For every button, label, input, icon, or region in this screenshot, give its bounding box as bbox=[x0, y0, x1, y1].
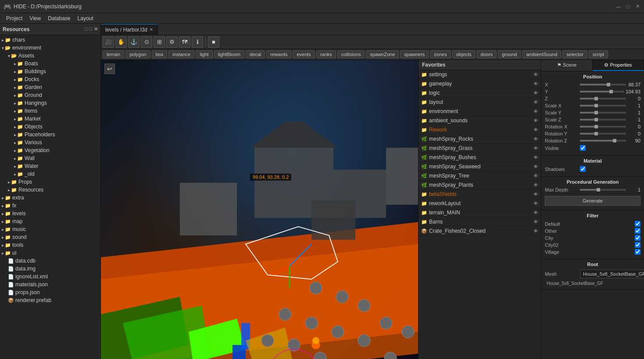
tag-box[interactable]: box bbox=[152, 50, 168, 58]
rotation-y-slider[interactable] bbox=[580, 133, 626, 135]
tree-item-music[interactable]: ▸📁music bbox=[0, 225, 100, 233]
position-y-slider[interactable] bbox=[580, 91, 624, 92]
favorites-item-barns[interactable]: 📁Barns👁 bbox=[419, 217, 541, 227]
eye-icon[interactable]: 👁 bbox=[533, 210, 538, 215]
toolbar-btn-map[interactable]: 🗺 bbox=[179, 36, 190, 48]
tree-item-extra[interactable]: ▸📁extra bbox=[0, 194, 100, 202]
generate-button[interactable]: Generate bbox=[545, 196, 640, 206]
tag-doors[interactable]: doors bbox=[477, 50, 497, 58]
maximize-button[interactable]: □ bbox=[625, 4, 631, 10]
tree-item-ui[interactable]: ▸📁ui bbox=[0, 249, 100, 257]
tree-item-market[interactable]: ▸📁Market bbox=[0, 115, 100, 123]
tag-ground[interactable]: ground bbox=[498, 50, 521, 58]
tag-events[interactable]: events bbox=[293, 50, 315, 58]
tree-item-fx[interactable]: ▸📁fx bbox=[0, 202, 100, 210]
toolbar-btn-info[interactable]: ℹ bbox=[192, 36, 203, 48]
tree-item-various[interactable]: ▸📁Various bbox=[0, 139, 100, 146]
tree-item-wall[interactable]: ▸📁Wall bbox=[0, 154, 100, 162]
eye-icon[interactable]: 👁 bbox=[533, 155, 538, 160]
tree-item-props-json[interactable]: 📄props.json bbox=[0, 288, 100, 296]
favorites-item-reworklayout[interactable]: 📁reworkLayout👁 bbox=[419, 199, 541, 208]
rotation-x-slider[interactable] bbox=[580, 126, 626, 128]
eye-icon[interactable]: 👁 bbox=[533, 100, 538, 105]
tree-item--old[interactable]: ▸📁_old bbox=[0, 170, 100, 178]
close-button[interactable]: ✕ bbox=[634, 4, 640, 10]
toolbar-btn-grid[interactable]: ⊞ bbox=[154, 36, 165, 48]
favorites-item-meshspray-grass[interactable]: 🌿meshSpray_Grass👁 bbox=[419, 144, 541, 153]
menubar-item-view[interactable]: View bbox=[26, 14, 44, 22]
tree-item-chars[interactable]: ▸📁chars bbox=[0, 36, 100, 44]
tree-item-sound[interactable]: ▸📁sound bbox=[0, 233, 100, 241]
toolbar-btn-anchor[interactable]: ⚓ bbox=[128, 36, 140, 48]
position-z-slider[interactable] bbox=[580, 98, 626, 100]
tag-polygon[interactable]: polygon bbox=[125, 50, 150, 58]
tag-decal[interactable]: decal bbox=[246, 50, 265, 58]
tree-item-docks[interactable]: ▸📁Docks bbox=[0, 75, 100, 83]
eye-icon[interactable]: 👁 bbox=[533, 201, 538, 206]
tree-item-map[interactable]: ▸📁map bbox=[0, 217, 100, 225]
eye-icon[interactable]: 👁 bbox=[533, 72, 538, 77]
scale-y-slider[interactable] bbox=[580, 112, 626, 114]
viewport[interactable]: 99.04, 93.28, 0.2 ↩ bbox=[101, 60, 418, 359]
toolbar-btn-color-picker[interactable]: ■ bbox=[208, 36, 219, 48]
tree-item-assets[interactable]: ▾📂Assets bbox=[0, 52, 100, 60]
tag-ambientsound[interactable]: ambientSound bbox=[522, 50, 561, 58]
toolbar-btn-camera[interactable]: 🎥 bbox=[103, 36, 114, 48]
toolbar-btn-hand[interactable]: ✋ bbox=[115, 36, 127, 48]
menubar-item-layout[interactable]: Layout bbox=[74, 14, 97, 22]
tag-ranks[interactable]: ranks bbox=[316, 50, 336, 58]
eye-icon[interactable]: 👁 bbox=[533, 192, 538, 197]
favorites-item-terrain-main[interactable]: 📁terrain_MAIN👁 bbox=[419, 208, 541, 217]
tag-terrain[interactable]: terrain bbox=[103, 50, 124, 58]
menubar-item-project[interactable]: Project bbox=[3, 14, 26, 22]
favorites-item-meshspray-seaweed[interactable]: 🌿meshSpray_Seaweed👁 bbox=[419, 162, 541, 171]
panel-btn-2[interactable]: □ bbox=[89, 26, 92, 32]
tree-item-environment[interactable]: ▾📂environment bbox=[0, 44, 100, 52]
tag-script[interactable]: script bbox=[589, 50, 608, 58]
menubar-item-database[interactable]: Database bbox=[44, 14, 74, 22]
tree-item-hangings[interactable]: ▸📁Hangings bbox=[0, 99, 100, 107]
favorites-item-betashields[interactable]: 📁betaShields👁 bbox=[419, 190, 541, 199]
mesh-select[interactable]: House_5x8_SocketBase_GF bbox=[580, 270, 644, 278]
eye-icon[interactable]: 👁 bbox=[533, 118, 538, 123]
tag-collisions[interactable]: collisions bbox=[337, 50, 365, 58]
tree-item-data-cdb[interactable]: 📄data.cdb bbox=[0, 257, 100, 265]
tree-item-data-img[interactable]: 📄data.img bbox=[0, 265, 100, 273]
visible-checkbox[interactable] bbox=[580, 145, 586, 151]
tag-rewards[interactable]: rewards bbox=[266, 50, 291, 58]
tag-spawnzone[interactable]: spawnZone bbox=[366, 50, 399, 58]
tag-zones[interactable]: zones bbox=[430, 50, 451, 58]
eye-icon[interactable]: 👁 bbox=[533, 182, 538, 188]
scale-x-slider[interactable] bbox=[580, 105, 626, 107]
scene-tab[interactable]: ⚑ Scene bbox=[541, 60, 593, 71]
toolbar-btn-settings[interactable]: ⚙ bbox=[166, 36, 178, 48]
filter-checkbox-village[interactable] bbox=[635, 249, 640, 255]
tree-item-water[interactable]: ▸📁Water bbox=[0, 162, 100, 170]
tree-item-materials-json[interactable]: 📄materials.json bbox=[0, 281, 100, 288]
tree-item-tools[interactable]: ▸📁tools bbox=[0, 241, 100, 249]
eye-icon[interactable]: 👁 bbox=[533, 127, 538, 132]
tree-item-placeholders[interactable]: ▸📁Placeholders bbox=[0, 131, 100, 139]
favorites-item-meshspray-plants[interactable]: 🌿meshSpray_Plants👁 bbox=[419, 181, 541, 190]
tree-item-vegetation[interactable]: ▸📁Vegetation bbox=[0, 146, 100, 154]
filter-checkbox-other[interactable] bbox=[635, 228, 640, 234]
tree-item-items[interactable]: ▸📁Items bbox=[0, 107, 100, 115]
eye-icon[interactable]: 👁 bbox=[533, 81, 538, 86]
tree-item-garden[interactable]: ▸📁Garden bbox=[0, 83, 100, 91]
tree-item-props[interactable]: ▸📁Props bbox=[0, 178, 100, 186]
tree-item-buildings[interactable]: ▸📁Buildings bbox=[0, 68, 100, 75]
scale-z-slider[interactable] bbox=[580, 119, 626, 121]
panel-btn-1[interactable]: □ bbox=[85, 26, 88, 32]
filter-checkbox-default[interactable] bbox=[635, 221, 640, 227]
tab-harbor[interactable]: levels / Harbor.l3d ✕ bbox=[101, 24, 158, 35]
tree-item-ground[interactable]: ▸📁Ground bbox=[0, 91, 100, 99]
tree-item-levels[interactable]: ▸📁levels bbox=[0, 210, 100, 217]
eye-icon[interactable]: 👁 bbox=[533, 164, 538, 169]
rotation-z-slider[interactable] bbox=[580, 140, 626, 142]
panel-close[interactable]: ✕ bbox=[94, 26, 98, 32]
minimize-button[interactable]: — bbox=[615, 4, 621, 10]
favorites-item-meshspray-bushes[interactable]: 🌿meshSpray_Bushes👁 bbox=[419, 153, 541, 162]
eye-icon[interactable]: 👁 bbox=[533, 219, 538, 224]
tag-light[interactable]: light bbox=[196, 50, 212, 58]
eye-icon[interactable]: 👁 bbox=[533, 228, 538, 234]
